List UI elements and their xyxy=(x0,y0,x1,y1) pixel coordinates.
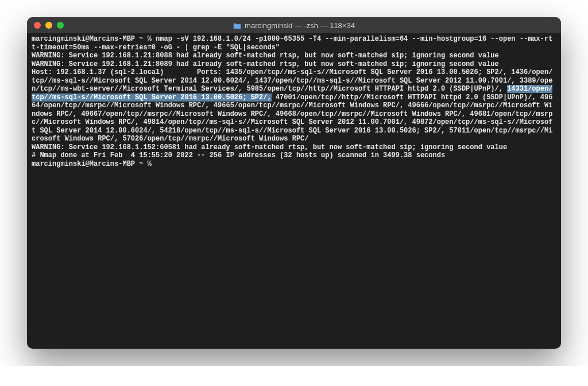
terminal-body[interactable]: marcingminski@Marcins-MBP ~ % nmap -sV 1… xyxy=(27,33,561,349)
minimize-icon[interactable] xyxy=(45,22,52,29)
titlebar: marcingminski — -zsh — 118×34 xyxy=(27,17,561,33)
output-warning-3: WARNING: Service 192.168.1.152:60581 had… xyxy=(32,143,556,152)
prompt: marcingminski@Marcins-MBP ~ % xyxy=(32,35,156,43)
close-icon[interactable] xyxy=(34,22,41,29)
command-line: marcingminski@Marcins-MBP ~ % nmap -sV 1… xyxy=(32,35,556,52)
traffic-lights xyxy=(34,22,64,29)
maximize-icon[interactable] xyxy=(57,22,64,29)
host-output-pre: Host: 192.168.1.37 (sql-2.local) Ports: … xyxy=(32,68,552,93)
window-title-text: marcingminski — -zsh — 118×34 xyxy=(245,21,355,30)
output-host-line: Host: 192.168.1.37 (sql-2.local) Ports: … xyxy=(32,68,556,143)
output-warning-1: WARNING: Service 192.168.1.21:8088 had a… xyxy=(32,52,556,60)
window-title: marcingminski — -zsh — 118×34 xyxy=(233,21,355,30)
output-warning-2: WARNING: Service 192.168.1.21:8089 had a… xyxy=(32,60,556,69)
output-done: # Nmap done at Fri Feb 4 15:55:20 2022 -… xyxy=(32,151,556,160)
prompt-idle: marcingminski@Marcins-MBP ~ % xyxy=(32,160,556,169)
terminal-window: marcingminski — -zsh — 118×34 marcingmin… xyxy=(27,17,561,349)
folder-icon xyxy=(233,22,241,29)
